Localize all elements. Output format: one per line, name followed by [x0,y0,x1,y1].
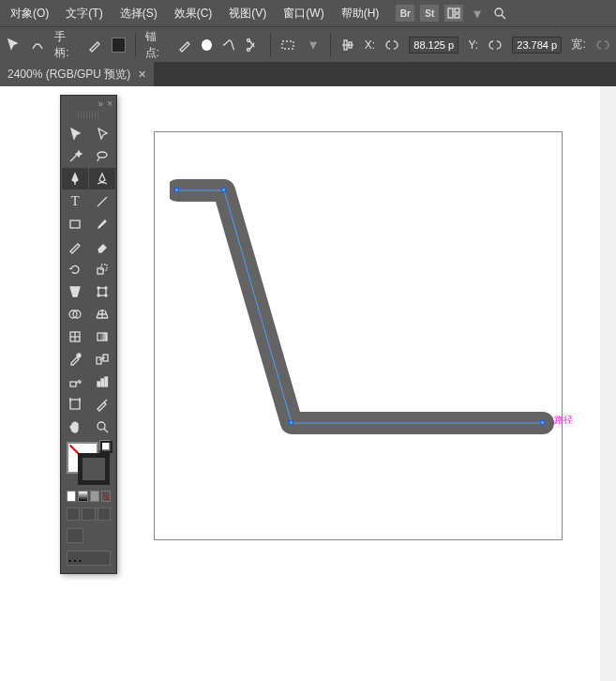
isolate-icon[interactable] [280,37,295,53]
color-solid[interactable] [67,491,76,502]
svg-point-20 [98,295,99,296]
handle-label: 手柄: [54,29,78,61]
stock-icon[interactable]: St [420,5,439,22]
lasso-tool[interactable] [89,145,115,167]
shaper-tool[interactable] [62,235,88,257]
anchor-point[interactable] [289,420,293,425]
type-tool[interactable]: T [62,190,88,212]
menu-select[interactable]: 选择(S) [113,2,165,25]
search-icon[interactable] [491,5,508,22]
y-value[interactable]: 23.784 p [512,37,562,53]
handle-swatch[interactable] [112,38,126,53]
draw-behind[interactable] [82,507,95,521]
direct-select-icon[interactable] [6,37,21,53]
edit-toolbar-button[interactable]: ⋯ [67,551,111,566]
menu-effect[interactable]: 效果(C) [167,2,220,25]
hand-tool[interactable] [62,416,88,437]
anchor-point[interactable] [174,188,179,192]
selection-tool[interactable] [62,123,88,144]
eraser-tool[interactable] [89,235,115,257]
scale-tool[interactable] [89,258,115,280]
path-object[interactable] [170,177,563,477]
arrange-icon[interactable] [444,5,463,22]
free-transform-tool[interactable] [89,280,115,302]
anchor-pen-icon[interactable] [177,37,192,53]
eyedropper-tool[interactable] [62,348,88,370]
svg-point-18 [98,287,99,289]
mesh-tool[interactable] [62,325,88,347]
shape-builder-tool[interactable] [62,303,88,325]
artboard[interactable]: 路径 [154,131,563,540]
x-label: X: [365,38,375,52]
svg-point-6 [248,48,250,51]
close-icon[interactable]: × [138,67,145,82]
column-graph-tool[interactable] [89,371,115,392]
paintbrush-tool[interactable] [89,213,115,235]
draw-mode-row [61,504,116,524]
bridge-icon[interactable]: Br [396,5,414,22]
svg-rect-14 [70,220,80,228]
chevron-down-icon[interactable]: ▾ [469,5,486,22]
svg-point-3 [495,8,503,16]
anchor-dot[interactable] [202,39,212,51]
stroke-swatch[interactable] [78,453,110,485]
anchor-point[interactable] [221,188,226,192]
document-tab[interactable]: 2400% (RGB/GPU 预览) × [0,62,154,86]
vertical-scrollbar[interactable] [600,86,616,681]
screen-mode[interactable] [67,528,83,543]
line-tool[interactable] [89,190,115,212]
color-none[interactable] [101,491,111,502]
tabbar-empty [154,62,616,86]
draw-inside[interactable] [98,507,111,521]
rectangle-tool[interactable] [62,213,88,235]
svg-rect-35 [105,377,108,386]
tab-title: 2400% (RGB/GPU 预览) [8,67,130,83]
slice-tool[interactable] [89,393,115,415]
panel-grip[interactable] [78,112,99,119]
color-pattern[interactable] [90,491,99,502]
artboard-tool[interactable] [62,393,88,415]
svg-rect-27 [98,333,107,340]
chevron-down-icon[interactable]: ▾ [306,37,321,53]
tools-panel[interactable]: » × T [60,95,117,574]
curvature-tool[interactable] [89,168,115,189]
link-icon[interactable] [384,37,399,53]
cut-path-icon[interactable] [246,37,261,53]
menu-view[interactable]: 视图(V) [221,2,274,25]
path-label: 路径 [554,414,573,427]
align-icon[interactable] [340,37,355,53]
menu-help[interactable]: 帮助(H) [334,2,387,25]
color-mode-row [61,489,116,504]
x-value[interactable]: 88.125 p [409,37,458,53]
edit-toolbar-row: ⋯ [61,547,116,573]
draw-normal[interactable] [67,507,80,521]
svg-rect-2 [455,14,459,18]
svg-rect-15 [98,268,103,274]
link-icon[interactable] [488,37,503,53]
anchor-point[interactable] [540,420,545,425]
panel-menu-icon[interactable]: » [98,98,104,109]
blend-tool[interactable] [89,348,115,370]
handle-pen-icon[interactable] [87,37,102,53]
direct-selection-tool[interactable] [89,123,115,144]
gradient-tool[interactable] [89,325,115,347]
menu-text[interactable]: 文字(T) [58,2,110,25]
svg-line-40 [104,429,108,432]
zoom-tool[interactable] [89,416,115,437]
symbol-sprayer-tool[interactable] [62,371,88,392]
pen-tool[interactable] [62,168,88,189]
convert-anchor-icon[interactable] [30,37,45,53]
perspective-grid-tool[interactable] [89,303,115,325]
close-icon[interactable]: × [107,98,113,109]
width-tool[interactable] [62,280,88,302]
fill-stroke-swatches[interactable] [61,438,116,489]
menu-object[interactable]: 对象(O) [3,2,56,25]
color-gradient[interactable] [78,491,87,502]
rotate-tool[interactable] [62,258,88,280]
connect-icon[interactable] [221,37,236,53]
canvas-area[interactable]: 路径 » × T [0,86,616,681]
menu-window[interactable]: 窗口(W) [276,2,331,25]
svg-rect-17 [98,288,106,295]
default-swatch-icon[interactable] [99,440,113,453]
magic-wand-tool[interactable] [62,145,88,167]
